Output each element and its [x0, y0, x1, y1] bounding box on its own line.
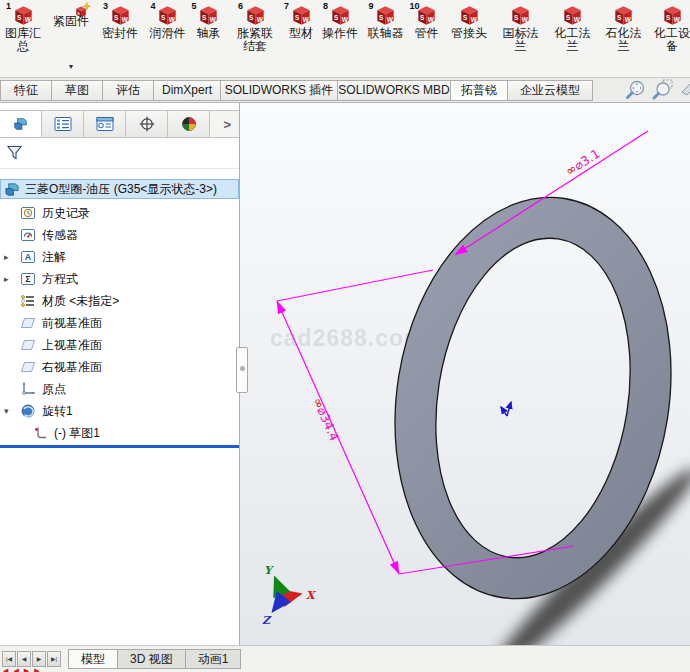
seals-button[interactable]: 3 密封件	[96, 0, 144, 77]
button-label: 管件	[415, 27, 439, 40]
operating-parts-button[interactable]: 8 操作件	[318, 0, 362, 77]
model-tab[interactable]: 模型	[68, 649, 118, 669]
solidworks-window: 1 图库汇总 紧固件 ▼ 3 密封件 4 润滑件 5 轴承 6 胀紧联	[0, 0, 690, 672]
sw-cube-icon	[291, 5, 312, 26]
button-label: 润滑件	[150, 27, 186, 40]
tree-item-label: 上视基准面	[42, 337, 102, 354]
gb-flange-button[interactable]: 国标法兰	[494, 0, 547, 77]
triad-y-label: Y	[264, 564, 274, 577]
main-area: > 三菱O型圈-油压 (G35<显示状态-3>) 历史记录 传感器	[0, 103, 690, 645]
pipe-parts-button[interactable]: 10 管件	[409, 0, 444, 77]
dimension-value-34[interactable]: ∞⌀34.4	[310, 395, 342, 443]
button-label: 联轴器	[368, 27, 404, 40]
sw-cube-icon	[245, 5, 266, 26]
prev-tab-button[interactable]: ◀	[17, 651, 31, 667]
button-label: 管接头	[451, 27, 487, 40]
3d-views-tab[interactable]: 3D 视图	[117, 649, 186, 669]
tab-sketch[interactable]: 草图	[51, 80, 103, 101]
first-tab-button[interactable]: |◀	[2, 651, 16, 667]
panel-splitter-handle[interactable]	[236, 347, 248, 393]
dimxpertmanager-tab[interactable]	[126, 111, 168, 137]
flyout-arrow-icon[interactable]: ▼	[68, 63, 75, 70]
tab-cloud-model[interactable]: 企业云模型	[507, 80, 593, 101]
displaymanager-tab[interactable]	[168, 111, 210, 137]
tree-item-revolve1[interactable]: ▾ 旋转1	[0, 400, 239, 422]
sw-cube-icon	[13, 5, 34, 26]
tab-sw-mbd[interactable]: SOLIDWORKS MBD	[337, 80, 451, 101]
last-tab-button[interactable]: ▶|	[47, 651, 61, 667]
tree-item-right-plane[interactable]: 右视基准面	[0, 356, 239, 378]
petro-flange-button[interactable]: 石化法兰	[598, 0, 649, 77]
shortcut-number: 7	[284, 1, 289, 11]
filter-funnel-icon[interactable]	[6, 144, 24, 162]
profiles-button[interactable]: 7 型材	[284, 0, 318, 77]
dimension-value-3[interactable]: ∞⌀3.1	[563, 146, 603, 179]
lubrication-button[interactable]: 4 润滑件	[144, 0, 191, 77]
tree-item-top-plane[interactable]: 上视基准面	[0, 334, 239, 356]
tab-dimxpert[interactable]: DimXpert	[153, 80, 221, 101]
sw-cube-icon	[198, 5, 219, 26]
top-plane-icon	[20, 337, 36, 353]
tree-item-equations[interactable]: ▸ 方程式	[0, 268, 239, 290]
zoom-fit-icon[interactable]	[624, 78, 648, 102]
tab-sw-addins[interactable]: SOLIDWORKS 插件	[220, 80, 338, 101]
pipe-fittings-button[interactable]: 管接头	[444, 0, 494, 77]
part-origin-marker[interactable]	[501, 402, 511, 416]
next-tab-button[interactable]: ▶	[32, 651, 46, 667]
expand-arrow-icon[interactable]: ▾	[4, 406, 18, 416]
rollback-bar[interactable]	[0, 445, 239, 448]
button-label: 轴承	[197, 27, 221, 40]
tree-item-sensors[interactable]: 传感器	[0, 224, 239, 246]
chem-flange-button[interactable]: 化工法兰	[547, 0, 598, 77]
library-summary-button[interactable]: 1 图库汇总	[0, 0, 46, 77]
triad-x-label: X	[306, 589, 317, 602]
zoom-area-icon[interactable]	[651, 78, 675, 102]
couplings-button[interactable]: 9 联轴器	[362, 0, 409, 77]
red-arrow-icon: ◀	[3, 667, 8, 672]
expansion-sleeve-button[interactable]: 6 胀紧联结套	[226, 0, 284, 77]
tree-item-origin[interactable]: 原点	[0, 378, 239, 400]
panel-tab-strip: >	[0, 110, 239, 138]
graphics-area[interactable]: cad2688.com ∞⌀34.4	[240, 103, 690, 645]
sw-cube-icon	[110, 5, 131, 26]
tree-item-material[interactable]: 材质 <未指定>	[0, 290, 239, 312]
reference-triad	[273, 578, 300, 611]
tree-item-label: 旋转1	[42, 403, 73, 420]
oring-model[interactable]	[367, 177, 690, 619]
tree-item-history[interactable]: 历史记录	[0, 202, 239, 224]
tab-features[interactable]: 特征	[0, 80, 52, 101]
tree-root-part[interactable]: 三菱O型圈-油压 (G35<显示状态-3>)	[0, 179, 239, 199]
propertymanager-tab[interactable]	[42, 111, 84, 137]
sw-cube-icon	[157, 5, 178, 26]
button-label: 国标法兰	[500, 27, 542, 53]
expand-arrow-icon[interactable]: ▸	[4, 252, 18, 262]
expand-arrow-icon[interactable]: ▸	[4, 274, 18, 284]
clipped-red-controls: ◀ ◀ ▶ ▶	[3, 667, 40, 672]
fasteners-flyout-button[interactable]: 紧固件 ▼	[46, 0, 96, 77]
tree-item-label: 前视基准面	[42, 315, 102, 332]
featuremanager-tab[interactable]	[0, 111, 42, 137]
extension-line	[277, 270, 433, 301]
tree-item-sketch1[interactable]: (-) 草图1	[0, 422, 239, 444]
part-icon	[4, 181, 21, 198]
shortcut-number: 9	[369, 1, 374, 11]
splitter-dot-icon	[240, 366, 245, 371]
bearings-button[interactable]: 5 轴承	[191, 0, 226, 77]
panel-expand-chevron[interactable]: >	[215, 111, 239, 137]
tree-item-annotations[interactable]: ▸ 注解	[0, 246, 239, 268]
button-label: 石化法兰	[603, 27, 645, 53]
chem-equipment-button[interactable]: 化工设备	[649, 0, 690, 77]
tab-topray[interactable]: 拓普锐	[450, 80, 508, 101]
tree-item-front-plane[interactable]: 前视基准面	[0, 312, 239, 334]
tree-filter-row	[0, 138, 239, 169]
equations-folder-icon	[20, 271, 36, 287]
triad-x-axis	[283, 594, 300, 598]
section-view-icon[interactable]	[678, 78, 690, 102]
right-plane-icon	[20, 359, 36, 375]
tab-evaluate[interactable]: 评估	[102, 80, 154, 101]
shortcut-number: 6	[238, 1, 243, 11]
sw-cube-icon	[613, 5, 634, 26]
configurationmanager-tab[interactable]	[84, 111, 126, 137]
featuremanager-panel: > 三菱O型圈-油压 (G35<显示状态-3>) 历史记录 传感器	[0, 103, 240, 645]
animation1-tab[interactable]: 动画1	[185, 649, 242, 669]
